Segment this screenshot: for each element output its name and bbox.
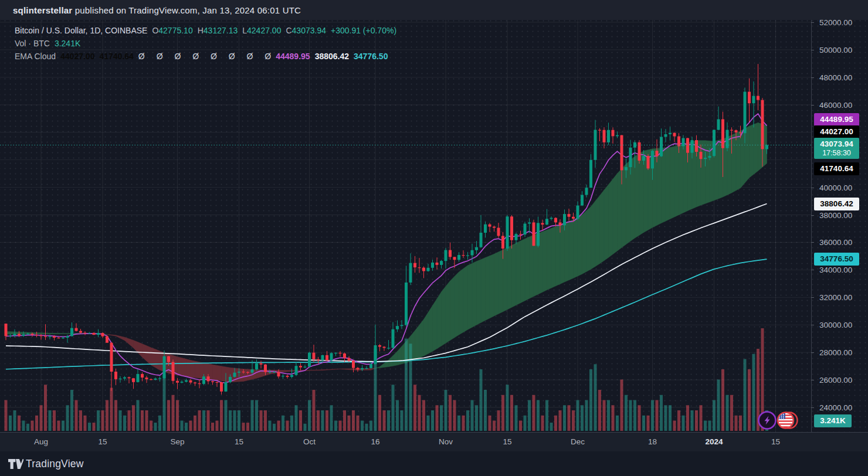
ema-cloud-band xyxy=(490,254,494,318)
ema-cloud-band xyxy=(626,160,631,244)
volume-bar xyxy=(5,400,8,431)
candle-body xyxy=(625,167,628,170)
price-tick-label: 26000.00 xyxy=(819,376,852,385)
time-axis-label-aug: Aug xyxy=(34,437,48,446)
ema-cloud-band xyxy=(398,346,402,365)
ema-cloud-band xyxy=(468,263,473,329)
ema-cloud-legend-row[interactable]: EMA Cloud 44027.00 41740.64 Ø Ø Ø Ø Ø Ø … xyxy=(15,52,388,61)
boost-lightning-icon[interactable] xyxy=(757,410,777,430)
price-tick-mark xyxy=(811,77,814,78)
ema-cloud-band xyxy=(560,223,565,284)
volume-bar xyxy=(128,410,131,431)
candle-body xyxy=(436,263,439,265)
volume-bar xyxy=(53,410,56,431)
volume-bar xyxy=(172,395,175,431)
volume-bar xyxy=(246,423,249,431)
volume-bar xyxy=(730,395,733,431)
volume-bar xyxy=(436,405,439,431)
ema-cloud-band xyxy=(125,337,130,344)
ema-cloud-band xyxy=(556,225,561,286)
candle-body xyxy=(163,356,166,379)
ema-fast-badge: 44489.95 xyxy=(814,113,859,126)
candle-body xyxy=(181,382,184,383)
ema-cloud-band xyxy=(50,333,55,334)
candle-body xyxy=(313,353,316,359)
volume-bar xyxy=(286,421,289,431)
ema-cloud-band xyxy=(481,257,486,322)
ema-cloud-band xyxy=(182,358,187,377)
volume-bar xyxy=(378,395,381,431)
ema-cloud-band xyxy=(314,370,318,370)
volume-bar xyxy=(748,369,751,431)
volume-bar xyxy=(26,424,29,431)
volume-bar xyxy=(176,400,179,431)
volume-bar xyxy=(260,410,263,431)
volume-bar xyxy=(369,421,372,431)
volume-bar xyxy=(40,405,43,431)
volume-bar xyxy=(132,405,135,431)
volume-bar xyxy=(656,400,659,431)
volume-legend-row[interactable]: Vol · BTC 3.241K xyxy=(15,39,80,48)
ema-cloud-band xyxy=(116,335,121,338)
price-tick-label: 46000.00 xyxy=(819,100,852,109)
time-axis[interactable]: Aug15Sep15Oct16Nov15Dec18202415 xyxy=(0,432,868,452)
volume-bar xyxy=(282,416,284,431)
tradingview-wordmark[interactable]: TradingView xyxy=(26,458,84,470)
volume-bar xyxy=(686,405,689,431)
volume-bar xyxy=(559,410,562,431)
ema-cloud-band xyxy=(129,339,134,348)
ema-cloud-band xyxy=(442,287,446,346)
ema-cloud-band xyxy=(199,362,204,379)
candle-body xyxy=(440,261,443,265)
candle-body xyxy=(475,247,478,250)
ema-cloud-band xyxy=(120,336,125,341)
candle-body xyxy=(506,216,509,249)
candle-body xyxy=(141,374,144,378)
ema-cloud-label[interactable]: EMA Cloud xyxy=(15,52,56,61)
volume-bar xyxy=(735,416,738,431)
volume-bar xyxy=(106,400,108,431)
volume-bar xyxy=(365,424,368,431)
time-axis-label-18: 18 xyxy=(648,437,657,446)
volume-bar xyxy=(401,410,404,431)
candle-body xyxy=(445,250,447,261)
price-chart-canvas[interactable] xyxy=(0,20,811,432)
ema-cloud-band xyxy=(239,369,244,382)
ema-cloud-band xyxy=(415,325,420,359)
ema-cloud-band xyxy=(741,128,745,188)
volume-bar xyxy=(616,416,619,431)
candle-body xyxy=(642,156,645,161)
candle-body xyxy=(93,333,96,335)
volume-bar xyxy=(695,410,698,431)
ema-cloud-band xyxy=(345,369,350,370)
candle-body xyxy=(656,151,659,156)
ema-cloud-band xyxy=(499,250,503,314)
candle-body xyxy=(299,366,302,368)
candle-body xyxy=(290,375,293,377)
ema-cloud-band xyxy=(446,281,450,343)
candle-body xyxy=(189,380,192,383)
candle-body xyxy=(673,133,676,137)
ema-200-badge: 34776.50 xyxy=(814,253,859,266)
us-flag-icon[interactable] xyxy=(777,410,800,431)
candle-body xyxy=(123,378,126,379)
chart-pane[interactable]: Bitcoin / U.S. Dollar, 1D, COINBASE O427… xyxy=(0,20,868,432)
volume-bar xyxy=(422,400,425,431)
tradingview-logo-icon[interactable] xyxy=(8,459,23,469)
volume-bar xyxy=(462,416,465,431)
volume-bar xyxy=(431,410,434,431)
ema-cloud-band xyxy=(604,185,609,261)
candle-body xyxy=(264,365,267,372)
symbol-title[interactable]: Bitcoin / U.S. Dollar, 1D, COINBASE xyxy=(15,26,147,35)
volume-bar xyxy=(493,421,496,431)
ema-cloud-band xyxy=(393,351,398,366)
symbol-legend-row[interactable]: Bitcoin / U.S. Dollar, 1D, COINBASE O427… xyxy=(15,26,396,35)
candle-body xyxy=(286,376,289,377)
candle-body xyxy=(589,160,592,188)
candle-body xyxy=(647,156,650,168)
candle-body xyxy=(44,336,47,336)
volume-bar xyxy=(664,405,667,431)
volume-bar xyxy=(497,410,500,431)
volume-bar xyxy=(269,421,272,431)
candle-body xyxy=(691,140,694,153)
